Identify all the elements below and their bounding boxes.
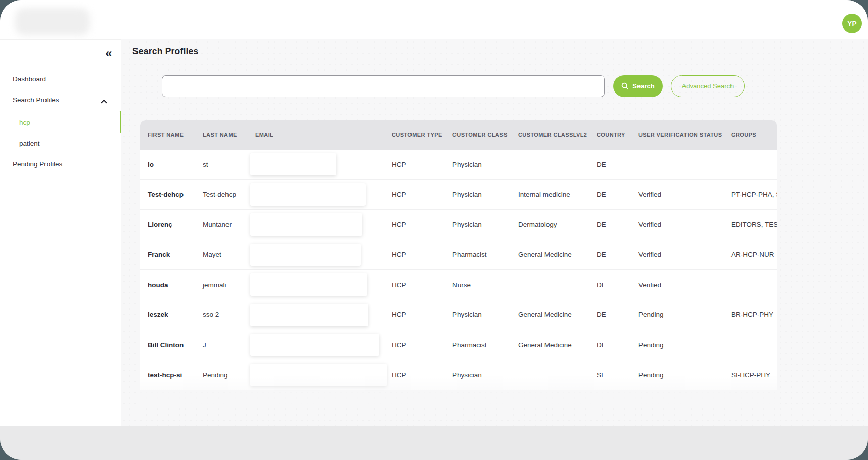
cell-customer-type: HCP <box>392 251 452 258</box>
email-redaction-box <box>250 244 361 266</box>
cell-first-name: Bill Clinton <box>148 341 203 349</box>
bottom-strip <box>0 426 868 460</box>
cell-verification: Verified <box>638 251 731 258</box>
table-header-row: FIRST NAME LAST NAME EMAIL CUSTOMER TYPE… <box>140 120 777 150</box>
cell-email <box>255 273 392 296</box>
search-button-label: Search <box>632 82 654 90</box>
advanced-search-button[interactable]: Advanced Search <box>671 75 745 97</box>
cell-first-name: test-hcp-si <box>148 371 203 379</box>
cell-verification: Verified <box>638 281 731 289</box>
cell-country: DE <box>597 341 638 349</box>
sidebar-collapse-icon[interactable]: « <box>101 45 116 61</box>
cell-customer-type: HCP <box>392 371 452 379</box>
table-row[interactable]: houdajemmaliHCPNurseDEVerified <box>140 270 777 300</box>
cell-first-name: houda <box>148 281 203 289</box>
email-redaction-box <box>250 153 336 175</box>
column-header-last-name[interactable]: LAST NAME <box>203 132 255 138</box>
cell-last-name: st <box>203 161 255 168</box>
table-row[interactable]: Test-dehcpTest-dehcpHCPPhysicianInternal… <box>140 180 777 210</box>
column-header-email[interactable]: EMAIL <box>255 132 392 138</box>
cell-customer-classlvl2: General Medicine <box>518 341 597 349</box>
cell-country: DE <box>597 191 638 198</box>
cell-last-name: Mayet <box>203 251 255 258</box>
column-header-country[interactable]: COUNTRY <box>597 132 638 138</box>
table-row[interactable]: lostHCPPhysicianDE <box>140 150 777 180</box>
table-row[interactable]: FranckMayetHCPPharmacistGeneral Medicine… <box>140 240 777 270</box>
app-window: YP « Dashboard Search Profiles hcp patie… <box>0 0 868 460</box>
cell-customer-type: HCP <box>392 191 452 198</box>
column-header-user-verification-status[interactable]: USER VERIFICATION STATUS <box>638 132 731 138</box>
cell-email <box>255 153 392 175</box>
top-bar: YP <box>0 0 868 39</box>
cell-groups: BR-HCP-PHY <box>731 311 777 318</box>
cell-verification: Verified <box>638 191 731 198</box>
cell-customer-class: Physician <box>452 161 518 168</box>
cell-customer-classlvl2: Dermatology <box>518 221 597 228</box>
cell-customer-class: Physician <box>452 371 518 379</box>
search-icon <box>621 82 629 90</box>
cell-first-name: lo <box>148 161 203 168</box>
page-title: Search Profiles <box>132 46 198 57</box>
email-redaction-box <box>250 304 368 326</box>
cell-customer-type: HCP <box>392 311 452 318</box>
cell-email <box>255 244 392 266</box>
cell-first-name: Llorenç <box>148 221 203 228</box>
cell-customer-classlvl2: General Medicine <box>518 251 597 258</box>
cell-customer-classlvl2: General Medicine <box>518 311 597 318</box>
cell-customer-class: Physician <box>452 191 518 198</box>
cell-customer-class: Physician <box>452 221 518 228</box>
cell-customer-type: HCP <box>392 221 452 228</box>
email-redaction-box <box>250 273 367 296</box>
cell-email <box>255 183 392 206</box>
sidebar-item-hcp[interactable]: hcp <box>0 116 121 129</box>
cell-verification: Pending <box>638 371 731 379</box>
search-input[interactable] <box>162 75 605 97</box>
logo-placeholder <box>15 8 90 35</box>
cell-customer-type: HCP <box>392 341 452 349</box>
cell-customer-classlvl2: Internal medicine <box>518 191 597 198</box>
email-redaction-box <box>250 364 387 386</box>
cell-email <box>255 364 392 386</box>
cell-country: DE <box>597 161 638 168</box>
cell-groups: AR-HCP-NUR <box>731 251 777 258</box>
sidebar: « Dashboard Search Profiles hcp patient … <box>0 39 121 426</box>
cell-customer-type: HCP <box>392 161 452 168</box>
cell-country: DE <box>597 281 638 289</box>
column-header-customer-class[interactable]: CUSTOMER CLASS <box>452 132 518 138</box>
main-content: Search Profiles Search Advanced Search F… <box>121 39 868 426</box>
column-header-customer-classlvl2[interactable]: CUSTOMER CLASSLVL2 <box>518 132 597 138</box>
cell-first-name: leszek <box>148 311 203 318</box>
cell-last-name: jemmali <box>203 281 255 289</box>
sidebar-item-patient[interactable]: patient <box>0 136 121 150</box>
cell-country: SI <box>597 371 638 379</box>
sidebar-item-search-profiles[interactable]: Search Profiles <box>0 93 121 106</box>
table-row[interactable]: Bill ClintonJHCPPharmacistGeneral Medici… <box>140 330 777 360</box>
cell-country: DE <box>597 221 638 228</box>
cell-last-name: Muntaner <box>203 221 255 228</box>
column-header-first-name[interactable]: FIRST NAME <box>148 132 203 138</box>
table-row[interactable]: test-hcp-siPendingHCPPhysicianSIPendingS… <box>140 360 777 391</box>
cell-country: DE <box>597 311 638 318</box>
email-redaction-box <box>250 183 366 206</box>
column-header-groups[interactable]: GROUPS <box>731 132 777 138</box>
cell-email <box>255 304 392 326</box>
email-redaction-box <box>250 334 379 356</box>
cell-groups: SI-HCP-PHY <box>731 371 777 379</box>
sidebar-item-label: hcp <box>0 119 30 126</box>
cell-groups: EDITORS, TEST, I <box>731 221 777 228</box>
cell-last-name: J <box>203 341 255 349</box>
table-row[interactable]: leszeksso 2HCPPhysicianGeneral MedicineD… <box>140 300 777 331</box>
cell-country: DE <box>597 251 638 258</box>
cell-email <box>255 213 392 236</box>
cell-last-name: sso 2 <box>203 311 255 318</box>
column-header-customer-type[interactable]: CUSTOMER TYPE <box>392 132 452 138</box>
user-avatar[interactable]: YP <box>842 14 862 33</box>
sidebar-item-pending-profiles[interactable]: Pending Profiles <box>0 157 121 170</box>
chevron-up-icon <box>101 98 107 105</box>
sidebar-item-label: Search Profiles <box>0 96 59 104</box>
search-button[interactable]: Search <box>613 75 663 97</box>
sidebar-item-dashboard[interactable]: Dashboard <box>0 72 121 85</box>
cell-last-name: Pending <box>203 371 255 379</box>
table-row[interactable]: LlorençMuntanerHCPPhysicianDermatologyDE… <box>140 210 777 240</box>
cell-email <box>255 334 392 356</box>
